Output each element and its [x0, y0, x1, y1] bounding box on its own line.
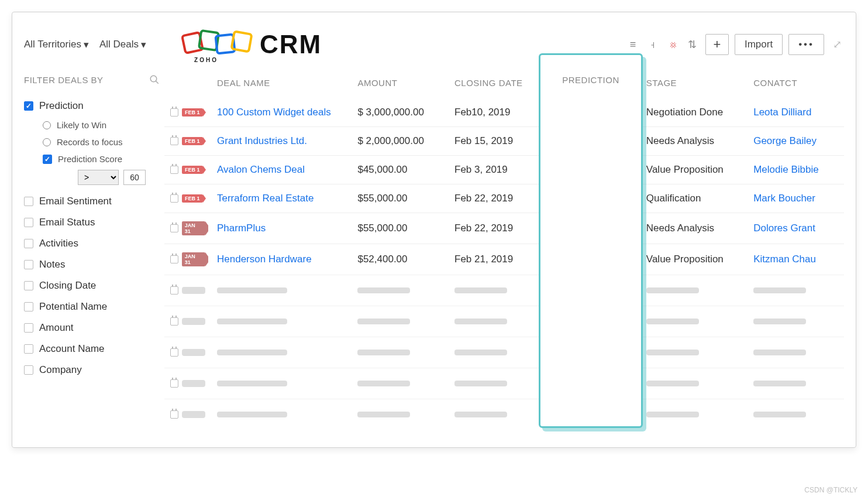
filter-email-status[interactable]: Email Status	[24, 212, 164, 233]
cell-prediction: 82	[540, 156, 640, 184]
more-actions-button[interactable]: •••	[788, 34, 824, 55]
cell-stage: Value Proposition	[640, 156, 748, 184]
filter-activities[interactable]: Activities	[24, 233, 164, 254]
cell-amount: $ 3,000,000.00	[352, 98, 449, 127]
deal-name-link[interactable]: Terraform Real Estate	[217, 193, 314, 204]
table-row[interactable]: FEB 1100 Custom Widget deals$ 3,000,000.…	[164, 98, 844, 127]
filter-label: Amount	[39, 322, 74, 334]
cell-amount: $ 2,000,000.00	[352, 127, 449, 156]
chevron-down-icon: ▾	[84, 39, 89, 51]
contact-link[interactable]: Kitzman Chau	[753, 254, 816, 265]
col-deal-name[interactable]: DEAL NAME	[211, 71, 352, 98]
col-amount[interactable]: AMOUNT	[352, 71, 449, 98]
filter-header: FILTER DEALS BY	[24, 74, 164, 85]
radio-unchecked[interactable]	[43, 121, 51, 129]
cell-stage: Needs Analysis	[640, 213, 748, 244]
table-row[interactable]: FEB 1Terraform Real Estate$55,000.00Feb …	[164, 184, 844, 213]
calendar-icon	[170, 137, 178, 145]
deal-name-link[interactable]: Henderson Hardware	[217, 254, 312, 265]
checkbox-unchecked[interactable]	[24, 302, 33, 311]
table-row-skeleton	[164, 306, 844, 337]
crm-app: All Territories▾ All Deals▾ ZOHO CRM ≡ ⫞…	[12, 12, 856, 448]
checkbox-unchecked[interactable]	[24, 197, 33, 206]
contact-link[interactable]: Mark Boucher	[753, 193, 815, 204]
checkbox-unchecked[interactable]	[24, 239, 33, 248]
table-row-skeleton	[164, 275, 844, 306]
filter-closing-date[interactable]: Closing Date	[24, 275, 164, 296]
filter-potential-name[interactable]: Potential Name	[24, 296, 164, 317]
checkbox-unchecked[interactable]	[24, 281, 33, 290]
score-value-input[interactable]: 60	[123, 170, 146, 185]
score-operator-select[interactable]: >	[78, 170, 119, 185]
cell-stage: Value Proposition	[640, 244, 748, 275]
cell-stage: Needs Analysis	[640, 127, 748, 156]
import-button[interactable]: Import	[735, 34, 783, 55]
cell-prediction: 70	[540, 213, 640, 244]
top-actions: ≡ ⫞ ⨳ ⇅ + Import ••• ⤢	[626, 34, 844, 55]
deal-name-link[interactable]: Grant Industries Ltd.	[217, 135, 307, 146]
filter-email-sentiment[interactable]: Email Sentiment	[24, 191, 164, 212]
col-stage[interactable]: STAGE	[640, 71, 748, 98]
date-flag: FEB 1	[182, 194, 203, 203]
checkbox-unchecked[interactable]	[24, 344, 33, 354]
kanban-view-icon[interactable]: ⫞	[646, 37, 660, 52]
radio-unchecked[interactable]	[43, 138, 51, 146]
filter-label: Potential Name	[39, 301, 107, 313]
deal-name-link[interactable]: 100 Custom Widget deals	[217, 107, 331, 118]
contact-link[interactable]: Dolores Grant	[753, 222, 815, 234]
territories-dropdown[interactable]: All Territories▾	[24, 39, 89, 51]
cell-amount: $55,000.00	[352, 213, 449, 244]
filter-company[interactable]: Company	[24, 359, 164, 381]
add-button[interactable]: +	[705, 34, 729, 55]
filter-prediction[interactable]: Prediction	[24, 95, 164, 117]
filter-sidebar: FILTER DEALS BY Prediction Likely to Win…	[24, 71, 164, 430]
cell-prediction: 85	[540, 127, 640, 156]
contact-link[interactable]: Melodie Bibbie	[753, 164, 819, 175]
deal-name-link[interactable]: Avalon Chems Deal	[217, 164, 305, 175]
checkbox-checked[interactable]	[24, 101, 33, 111]
expand-icon[interactable]: ⤢	[830, 38, 844, 51]
cell-stage: Negotiation Done	[640, 98, 748, 127]
table-row-skeleton	[164, 337, 844, 368]
table-row[interactable]: JAN 31PharmPlus$55,000.00Feb 22, 201970N…	[164, 213, 844, 244]
list-view-icon[interactable]: ≡	[626, 37, 640, 52]
checkbox-unchecked[interactable]	[24, 323, 33, 333]
date-flag: JAN 31	[182, 221, 205, 235]
cell-date: Feb 21, 2019	[449, 244, 540, 275]
prediction-view-icon[interactable]: ⨳	[666, 37, 680, 52]
calendar-icon	[170, 224, 178, 232]
filter-label: Account Name	[39, 343, 105, 355]
filter-account-name[interactable]: Account Name	[24, 338, 164, 359]
deal-name-link[interactable]: PharmPlus	[217, 222, 266, 234]
svg-point-0	[150, 76, 157, 82]
calendar-icon	[170, 410, 178, 419]
col-prediction[interactable]	[540, 71, 640, 98]
col-closing-date[interactable]: CLOSING DATE	[449, 71, 540, 98]
deals-dropdown[interactable]: All Deals▾	[99, 39, 146, 51]
filter-notes[interactable]: Notes	[24, 254, 164, 275]
checkbox-unchecked[interactable]	[24, 365, 33, 375]
cell-date: Feb 22, 2019	[449, 213, 540, 244]
filter-amount[interactable]: Amount	[24, 317, 164, 338]
checkbox-unchecked[interactable]	[24, 260, 33, 269]
table-row[interactable]: FEB 1Grant Industries Ltd.$ 2,000,000.00…	[164, 127, 844, 156]
cell-prediction: 90	[540, 98, 640, 127]
col-contact[interactable]: CONATCT	[748, 71, 844, 98]
filter-records-to-focus[interactable]: Records to focus	[43, 133, 164, 150]
table-row[interactable]: FEB 1Avalon Chems Deal$45,000.00Feb 3, 2…	[164, 156, 844, 184]
contact-link[interactable]: George Bailey	[753, 135, 817, 146]
calendar-icon	[170, 166, 178, 174]
cell-prediction: 76	[540, 184, 640, 213]
cell-amount: $55,000.00	[352, 184, 449, 213]
cell-stage: Qualification	[640, 184, 748, 213]
table-row-skeleton	[164, 368, 844, 399]
checkbox-unchecked[interactable]	[24, 218, 33, 227]
filter-prediction-score[interactable]: Prediction Score	[43, 150, 164, 167]
table-row[interactable]: JAN 31Henderson Hardware$52,400.00Feb 21…	[164, 244, 844, 275]
filter-likely-to-win[interactable]: Likely to Win	[43, 117, 164, 133]
contact-link[interactable]: Leota Dilliard	[753, 107, 811, 118]
checkbox-checked[interactable]	[43, 155, 52, 164]
deals-table: DEAL NAME AMOUNT CLOSING DATE STAGE CONA…	[164, 71, 844, 430]
sort-icon[interactable]: ⇅	[686, 37, 700, 52]
search-icon[interactable]	[149, 74, 160, 85]
